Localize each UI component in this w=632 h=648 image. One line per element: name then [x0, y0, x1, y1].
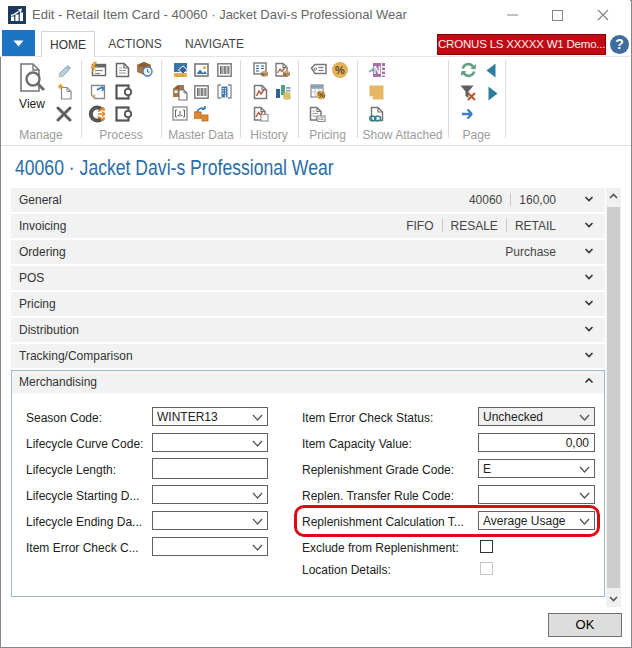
svg-text:%: % [335, 64, 345, 76]
svg-text:%: % [318, 90, 326, 100]
